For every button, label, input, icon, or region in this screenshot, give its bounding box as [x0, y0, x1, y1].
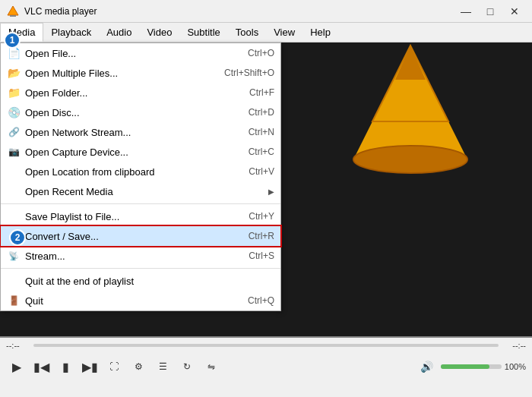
dropdown-item-quit-end[interactable]: Quit at the end of playlist — [1, 271, 280, 291]
time-elapsed: --:-- — [6, 341, 29, 350]
random-button[interactable]: ⇋ — [201, 356, 222, 377]
dropdown-item-quit[interactable]: 🚪 Quit Ctrl+Q — [1, 291, 280, 310]
menu-item-video[interactable]: Video — [139, 23, 179, 42]
save-playlist-icon — [7, 210, 21, 223]
menu-item-audio[interactable]: Audio — [99, 23, 139, 42]
volume-slider[interactable] — [441, 364, 502, 369]
dropdown-item-open-disc[interactable]: 💿 Open Disc... Ctrl+D — [1, 102, 280, 122]
dropdown-item-open-network[interactable]: 🔗 Open Network Stream... Ctrl+N — [1, 122, 280, 142]
dropdown-item-open-location[interactable]: Open Location from clipboard Ctrl+V — [1, 162, 280, 181]
svg-point-7 — [353, 146, 467, 173]
fullscreen-button[interactable]: ⛶ — [103, 356, 125, 377]
dropdown-item-open-capture[interactable]: 📷 Open Capture Device... Ctrl+C — [1, 142, 280, 162]
seek-bar[interactable] — [33, 344, 499, 347]
loop-button[interactable]: ↻ — [176, 356, 198, 377]
open-disc-icon: 💿 — [7, 106, 21, 119]
dropdown-item-open-recent[interactable]: Open Recent Media ▶ — [1, 181, 280, 201]
controls-area: --:-- --:-- ▶ ▮◀ ▮ ▶▮ ⛶ ⚙ ☰ ↻ ⇋ 🔊 100% — [0, 336, 532, 397]
dropdown-item-open-file[interactable]: 📄 Open File... Ctrl+O — [1, 43, 280, 63]
volume-fill — [441, 364, 489, 369]
dropdown-item-save-playlist[interactable]: Save Playlist to File... Ctrl+Y — [1, 206, 280, 226]
divider-2 — [1, 268, 280, 269]
media-dropdown: 📄 Open File... Ctrl+O 📂 Open Multiple Fi… — [0, 43, 281, 311]
svg-rect-1 — [10, 15, 16, 17]
open-capture-icon: 📷 — [7, 145, 21, 159]
dropdown-item-stream[interactable]: 📡 Stream... Ctrl+S — [1, 246, 280, 266]
seek-bar-area: --:-- --:-- — [0, 338, 532, 353]
vlc-icon — [6, 5, 20, 18]
annotation-badge-1: 1 — [4, 32, 21, 49]
dropdown-item-open-multiple[interactable]: 📂 Open Multiple Files... Ctrl+Shift+O — [1, 63, 280, 83]
play-button[interactable]: ▶ — [6, 356, 27, 377]
dropdown-item-convert-save[interactable]: Convert / Save... Ctrl+R — [1, 226, 280, 246]
extended-button[interactable]: ⚙ — [128, 356, 149, 377]
open-network-icon: 🔗 — [7, 125, 21, 139]
svg-marker-3 — [395, 46, 426, 80]
stop-button[interactable]: ▮ — [55, 356, 76, 377]
open-recent-arrow-icon: ▶ — [268, 187, 274, 196]
volume-label: 100% — [505, 362, 526, 371]
dropdown-item-open-folder[interactable]: 📁 Open Folder... Ctrl+F — [1, 83, 280, 102]
quit-icon: 🚪 — [7, 294, 21, 307]
stream-icon: 📡 — [7, 249, 21, 263]
open-folder-icon: 📁 — [7, 86, 21, 99]
playback-controls-row: ▶ ▮◀ ▮ ▶▮ ⛶ ⚙ ☰ ↻ ⇋ 🔊 100% — [0, 353, 532, 380]
open-location-icon — [7, 165, 21, 178]
annotation-badge-2: 2 — [9, 229, 26, 246]
vlc-cone-graphic — [350, 38, 471, 190]
prev-button[interactable]: ▮◀ — [30, 356, 52, 377]
menu-item-playback[interactable]: Playback — [43, 23, 99, 42]
svg-marker-0 — [8, 6, 18, 15]
volume-area: 🔊 100% — [416, 356, 526, 377]
divider-1 — [1, 203, 280, 204]
volume-icon-button[interactable]: 🔊 — [416, 356, 438, 377]
open-multiple-icon: 📂 — [7, 66, 21, 80]
next-button[interactable]: ▶▮ — [79, 356, 100, 377]
open-recent-icon — [7, 184, 21, 198]
playlist-button[interactable]: ☰ — [152, 356, 173, 377]
quit-end-icon — [7, 274, 21, 288]
time-remaining: --:-- — [503, 341, 526, 350]
